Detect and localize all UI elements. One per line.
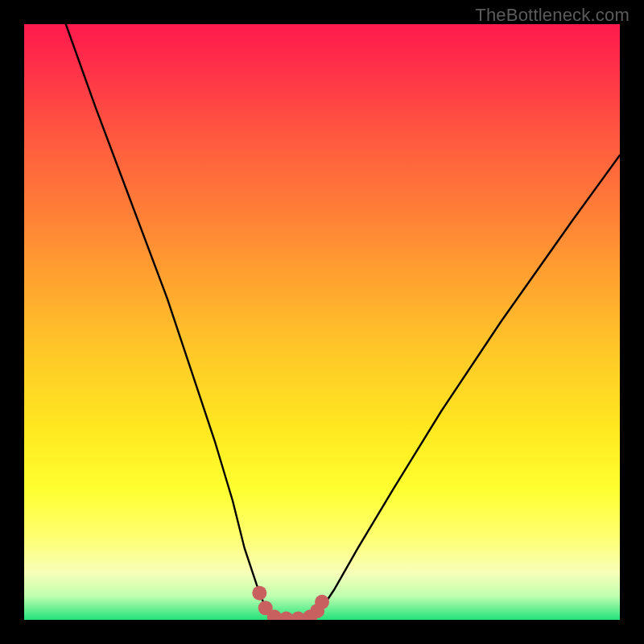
highlight-dots-group [252, 586, 329, 620]
highlight-dot [315, 595, 329, 609]
plot-area [24, 24, 620, 620]
watermark-text: TheBottleneck.com [475, 5, 630, 26]
highlight-dot [252, 586, 266, 601]
bottleneck-curve-path [66, 24, 620, 620]
chart-svg [24, 24, 620, 620]
outer-frame: TheBottleneck.com [0, 0, 644, 644]
